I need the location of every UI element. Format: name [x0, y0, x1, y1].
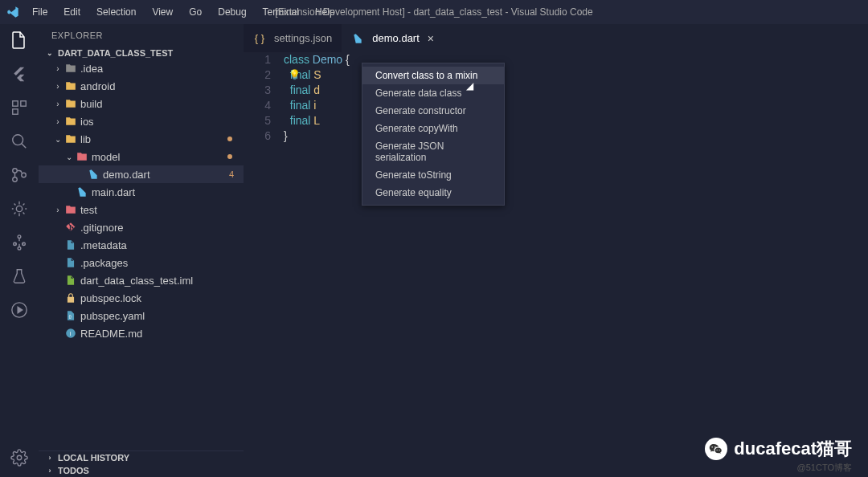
tree-item[interactable]: .packages: [39, 254, 244, 271]
explorer-icon[interactable]: [10, 31, 29, 50]
svg-line-4: [22, 144, 27, 149]
tabs: { }settings.jsondemo.dart×: [244, 24, 868, 52]
tree-item[interactable]: ›android: [39, 77, 244, 95]
tree-item[interactable]: demo.dart4: [39, 165, 244, 183]
code-action-option[interactable]: Convert class to a mixin: [362, 67, 504, 84]
tab-demo-dart[interactable]: demo.dart×: [342, 24, 447, 52]
code-action-option[interactable]: Generate data class: [362, 84, 504, 102]
tab-close-icon[interactable]: ×: [424, 32, 437, 45]
menu-debug[interactable]: Debug: [211, 3, 252, 21]
code-action-option[interactable]: Generate JSON serialization: [362, 137, 504, 166]
menu-file[interactable]: File: [26, 3, 54, 21]
tree-item[interactable]: ⌄lib: [39, 130, 244, 148]
svg-point-7: [22, 173, 27, 177]
tree-item[interactable]: ›.idea: [39, 59, 244, 77]
svg-marker-14: [18, 307, 23, 312]
editor-area: { }settings.jsondemo.dart× 123456 class …: [244, 24, 868, 477]
tree-item[interactable]: ⌄model: [39, 148, 244, 165]
tab-settings-json[interactable]: { }settings.json: [244, 24, 342, 52]
tree-item[interactable]: .gitignore: [39, 218, 244, 236]
section-todos[interactable]: ›TODOS: [39, 464, 244, 477]
tree-item[interactable]: dart_data_class_test.iml: [39, 271, 244, 289]
flutter-icon[interactable]: [10, 64, 29, 84]
code-action-option[interactable]: Generate copyWith: [362, 120, 504, 137]
watermark: ducafecat猫哥: [705, 437, 852, 461]
settings-icon[interactable]: [10, 448, 29, 467]
code-action-option[interactable]: Generate equality: [362, 184, 504, 202]
editor[interactable]: 123456 class Demo { final S final d fina…: [244, 52, 868, 477]
menu-edit[interactable]: Edit: [57, 3, 87, 21]
git-tree-icon[interactable]: [10, 233, 29, 252]
tree-item[interactable]: .metadata: [39, 236, 244, 254]
code-action-option[interactable]: Generate constructor: [362, 102, 504, 120]
file-tree: ›.idea›android›build›ios⌄lib⌄modeldemo.d…: [39, 59, 244, 450]
play-circle-icon[interactable]: [10, 300, 29, 320]
svg-text:{}: {}: [69, 315, 72, 319]
tree-item[interactable]: ›test: [39, 201, 244, 218]
test-icon[interactable]: [10, 267, 29, 286]
titlebar: FileEditSelectionViewGoDebugTerminalHelp…: [0, 0, 868, 24]
svg-point-9: [18, 235, 21, 238]
tree-item[interactable]: {}pubspec.yaml: [39, 307, 244, 324]
search-icon[interactable]: [10, 132, 29, 151]
svg-rect-1: [21, 101, 26, 106]
code-action-option[interactable]: Generate toString: [362, 166, 504, 184]
section-local-history[interactable]: ›LOCAL HISTORY: [39, 451, 244, 464]
watermark-sub: @51CTO博客: [797, 462, 852, 474]
svg-rect-0: [13, 101, 18, 106]
tree-item[interactable]: iREADME.md: [39, 324, 244, 342]
activity-bar: [0, 24, 39, 477]
sidebar-title: EXPLORER: [39, 24, 244, 47]
code-action-menu: Convert class to a mixinGenerate data cl…: [362, 63, 505, 206]
tree-item[interactable]: ›ios: [39, 112, 244, 130]
tree-item[interactable]: main.dart: [39, 183, 244, 201]
svg-point-5: [13, 169, 18, 173]
svg-point-15: [17, 455, 22, 460]
svg-point-3: [13, 135, 23, 145]
tree-item[interactable]: pubspec.lock: [39, 289, 244, 307]
menu-go[interactable]: Go: [182, 3, 208, 21]
vscode-logo-icon: [6, 6, 19, 18]
project-header[interactable]: ⌄DART_DATA_CLASS_TEST: [39, 47, 244, 59]
lightbulb-icon[interactable]: 💡: [289, 69, 301, 80]
line-gutter: 123456: [244, 52, 284, 477]
debug-icon[interactable]: [10, 199, 29, 218]
svg-point-6: [13, 177, 18, 182]
sidebar: EXPLORER ⌄DART_DATA_CLASS_TEST ›.idea›an…: [39, 24, 244, 477]
tree-item[interactable]: ›build: [39, 95, 244, 112]
extensions-icon[interactable]: [10, 98, 29, 117]
menu-view[interactable]: View: [145, 3, 179, 21]
svg-rect-2: [13, 109, 18, 114]
svg-point-8: [16, 206, 22, 211]
menu-selection[interactable]: Selection: [90, 3, 142, 21]
wechat-icon: [705, 438, 727, 460]
source-control-icon[interactable]: [10, 165, 29, 185]
window-title: [Extension Development Host] - dart_data…: [275, 6, 592, 18]
svg-point-12: [18, 247, 21, 251]
